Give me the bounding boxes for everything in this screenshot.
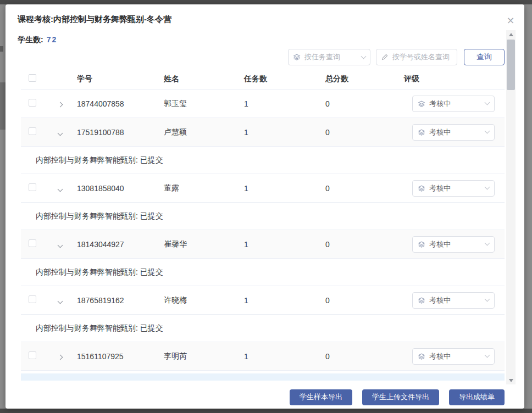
dialog-title: 课程考核:内部控制与财务舞弊甄别-冬令营 <box>18 14 171 25</box>
rating-select[interactable]: 考核中 <box>412 348 495 365</box>
expand-chevron-icon <box>57 354 63 360</box>
student-search-placeholder: 按学号或姓名查询 <box>392 52 450 62</box>
student-id-cell: 18765819162 <box>71 296 159 305</box>
row-checkbox[interactable] <box>29 351 36 359</box>
layers-icon <box>418 100 425 108</box>
column-header-rating: 评级 <box>400 74 505 84</box>
row-checkbox[interactable] <box>29 183 36 191</box>
rating-value: 考核中 <box>429 99 451 109</box>
student-id-cell: 17519100788 <box>71 128 159 137</box>
chevron-down-icon <box>485 297 490 302</box>
table-row: 18744007858 郭玉玺 1 0 考核中 <box>21 90 505 118</box>
task-count-cell: 1 <box>241 99 323 108</box>
expand-chevron-icon <box>57 102 63 107</box>
row-expand-toggle[interactable] <box>48 128 71 137</box>
row-expand-toggle[interactable] <box>48 99 71 108</box>
rating-value: 考核中 <box>429 183 451 193</box>
layers-icon <box>418 185 425 192</box>
table-bottom-highlight <box>21 373 505 381</box>
task-count-cell: 1 <box>241 296 323 305</box>
pencil-icon <box>381 53 389 61</box>
chevron-down-icon <box>485 241 490 246</box>
student-name-cell: 李明芮 <box>159 351 241 361</box>
vertical-scrollbar[interactable] <box>506 30 516 384</box>
table-row: 15161107925 李明芮 1 0 考核中 <box>21 342 505 371</box>
close-icon[interactable]: × <box>506 15 516 25</box>
rating-select[interactable]: 考核中 <box>412 236 495 253</box>
rating-select[interactable]: 考核中 <box>412 124 495 141</box>
arrow-down-icon <box>509 379 513 382</box>
row-checkbox[interactable] <box>29 127 36 135</box>
row-expand-toggle[interactable] <box>48 184 71 193</box>
arrow-up-icon <box>509 33 513 36</box>
task-filter-placeholder: 按任务查询 <box>304 52 340 62</box>
row-expand-toggle[interactable] <box>48 240 71 249</box>
select-all-checkbox[interactable] <box>29 74 36 82</box>
export-student-sample-button[interactable]: 学生样本导出 <box>290 389 352 405</box>
table-row: 13081858040 董露 1 0 考核中 <box>21 174 505 203</box>
student-name-cell: 卢慧颖 <box>159 127 241 137</box>
student-search-input[interactable]: 按学号或姓名查询 <box>376 49 457 65</box>
student-count-value: 72 <box>47 35 58 44</box>
table-row: 17519100788 卢慧颖 1 0 考核中 <box>21 118 505 147</box>
rating-value: 考核中 <box>429 239 451 249</box>
column-header-score: 总分数 <box>323 74 400 84</box>
chevron-down-icon <box>485 353 490 358</box>
rating-select[interactable]: 考核中 <box>412 292 495 309</box>
export-grade-sheet-button[interactable]: 导出成绩单 <box>449 389 505 405</box>
layers-icon <box>418 353 425 360</box>
row-checkbox[interactable] <box>29 239 36 247</box>
table-row: 18143044927 崔馨华 1 0 考核中 <box>21 230 505 259</box>
rating-value: 考核中 <box>429 295 451 305</box>
row-expand-toggle[interactable] <box>48 296 71 305</box>
total-score-cell: 0 <box>323 296 400 305</box>
student-id-cell: 13081858040 <box>71 184 159 193</box>
expand-chevron-icon <box>57 186 63 192</box>
rating-select[interactable]: 考核中 <box>412 180 495 197</box>
expand-chevron-icon <box>57 298 63 304</box>
student-name-cell: 董露 <box>159 183 241 193</box>
row-expand-toggle[interactable] <box>48 352 71 361</box>
column-header-tasks: 任务数 <box>241 74 323 84</box>
chevron-down-icon <box>485 129 490 134</box>
task-count-cell: 1 <box>241 128 323 137</box>
total-score-cell: 0 <box>323 128 400 137</box>
dimmed-background-top <box>0 0 532 4</box>
scroll-up-button[interactable] <box>506 30 516 38</box>
task-count-cell: 1 <box>241 240 323 249</box>
dimmed-background-artifact <box>0 46 3 52</box>
total-score-cell: 0 <box>323 184 400 193</box>
student-count: 学生数:72 <box>18 35 57 45</box>
task-detail-row: 内部控制与财务舞弊智能甄别: 已提交 <box>21 203 505 230</box>
total-score-cell: 0 <box>323 99 400 108</box>
chevron-down-icon <box>485 100 490 105</box>
layers-icon <box>418 129 425 136</box>
rating-select[interactable]: 考核中 <box>412 96 495 112</box>
dialog-footer: 学生样本导出 学生上传文件导出 导出成绩单 <box>5 386 524 409</box>
table-row: 18765819162 许晓梅 1 0 考核中 <box>21 286 505 315</box>
task-filter-select[interactable]: 按任务查询 <box>288 49 370 65</box>
column-header-id: 学号 <box>71 74 159 84</box>
row-checkbox[interactable] <box>29 99 36 107</box>
query-button[interactable]: 查询 <box>464 49 505 65</box>
dimmed-background-bottom <box>0 409 532 413</box>
task-detail-row: 内部控制与财务舞弊智能甄别: 已提交 <box>21 147 505 174</box>
task-count-cell: 1 <box>241 352 323 361</box>
scrollbar-thumb[interactable] <box>507 40 515 90</box>
student-id-cell: 15161107925 <box>71 352 159 361</box>
task-detail-row: 内部控制与财务舞弊智能甄别: 已提交 <box>21 315 505 342</box>
rating-value: 考核中 <box>429 351 451 361</box>
student-count-label: 学生数: <box>18 35 43 44</box>
student-id-cell: 18143044927 <box>71 240 159 249</box>
column-header-name: 姓名 <box>159 74 241 84</box>
student-name-cell: 郭玉玺 <box>159 99 241 109</box>
rating-value: 考核中 <box>429 127 451 137</box>
student-id-cell: 18744007858 <box>71 99 159 108</box>
student-name-cell: 许晓梅 <box>159 295 241 305</box>
row-checkbox[interactable] <box>29 295 36 303</box>
expand-chevron-icon <box>57 242 63 248</box>
table-header-row: 学号 姓名 任务数 总分数 评级 <box>21 69 505 90</box>
export-student-uploads-button[interactable]: 学生上传文件导出 <box>362 389 439 405</box>
scroll-down-button[interactable] <box>506 376 516 384</box>
total-score-cell: 0 <box>323 240 400 249</box>
